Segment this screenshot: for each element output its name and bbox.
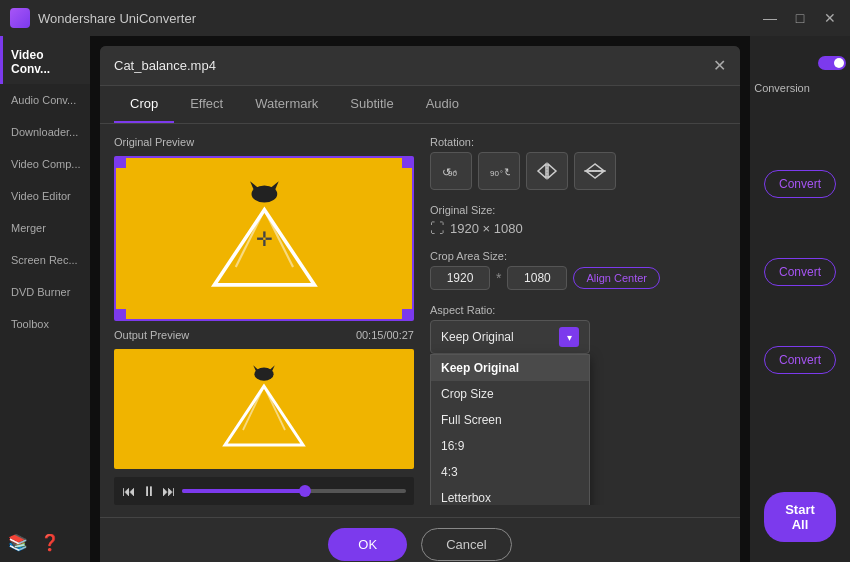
original-preview-label: Original Preview (114, 136, 414, 148)
sidebar-item-video-editor[interactable]: Video Editor (0, 180, 90, 212)
minimize-button[interactable]: — (760, 10, 780, 26)
sidebar-item-audio-conv[interactable]: Audio Conv... (0, 84, 90, 116)
app-logo (10, 8, 30, 28)
svg-line-10 (243, 386, 264, 430)
crop-area-label: Crop Area Size: (430, 250, 726, 262)
aspect-option-keep-original[interactable]: Keep Original (431, 355, 589, 381)
rotate-cw-button[interactable]: 90 ° ↻ (478, 152, 520, 190)
modal-overlay: Cat_balance.mp4 ✕ Crop Effect Watermark … (90, 36, 750, 562)
flip-horizontal-button[interactable] (526, 152, 568, 190)
settings-pane: Rotation: ↺ 90 ° (430, 136, 726, 505)
play-pause-button[interactable]: ⏸ (142, 483, 156, 499)
crop-modal: Cat_balance.mp4 ✕ Crop Effect Watermark … (100, 46, 740, 562)
output-header: Output Preview 00:15/00:27 (114, 329, 414, 341)
original-size-section: Original Size: ⛶ 1920 × 1080 (430, 204, 726, 236)
aspect-ratio-menu: Keep Original Crop Size Full Screen 16:9… (430, 354, 590, 505)
aspect-ratio-trigger[interactable]: Keep Original ▾ (430, 320, 590, 354)
tab-watermark[interactable]: Watermark (239, 86, 334, 123)
aspect-option-letterbox[interactable]: Letterbox (431, 485, 589, 505)
skip-forward-button[interactable]: ⏭ (162, 483, 176, 499)
svg-marker-9 (225, 386, 303, 445)
crop-height-input[interactable] (507, 266, 567, 290)
output-time: 00:15/00:27 (356, 329, 414, 341)
crop-handle-br[interactable] (402, 309, 412, 319)
crop-area-inputs: * Align Center (430, 266, 726, 290)
svg-line-11 (264, 386, 285, 430)
svg-marker-19 (548, 164, 556, 178)
aspect-ratio-dropdown: Keep Original ▾ Keep Original Crop Size … (430, 320, 726, 354)
right-panel-header-row: Conversion (754, 56, 846, 70)
tab-subtitle[interactable]: Subtitle (334, 86, 409, 123)
tabs: Crop Effect Watermark Subtitle Audio (100, 86, 740, 124)
crop-handle-tr[interactable] (402, 158, 412, 168)
skip-back-button[interactable]: ⏮ (122, 483, 136, 499)
close-app-button[interactable]: ✕ (820, 10, 840, 26)
tab-crop[interactable]: Crop (114, 86, 174, 123)
video-progress-bar[interactable] (182, 489, 406, 493)
flip-v-icon (584, 162, 606, 180)
tab-effect[interactable]: Effect (174, 86, 239, 123)
crop-handle-bl[interactable] (116, 309, 126, 319)
aspect-option-full-screen[interactable]: Full Screen (431, 407, 589, 433)
ok-button[interactable]: OK (328, 528, 407, 561)
crop-area-section: Crop Area Size: * Align Center (430, 250, 726, 290)
sidebar-item-screen-rec[interactable]: Screen Rec... (0, 244, 90, 276)
progress-fill (182, 489, 305, 493)
svg-text:°: ° (454, 170, 457, 177)
align-center-button[interactable]: Align Center (573, 267, 660, 289)
original-size-row: ⛶ 1920 × 1080 (430, 220, 726, 236)
modal-body: Original Preview (100, 124, 740, 517)
right-panel: Conversion Convert Convert Convert Start… (750, 36, 850, 562)
rotate-ccw-button[interactable]: ↺ 90 ° (430, 152, 472, 190)
output-preview-box (114, 349, 414, 469)
convert-button-2[interactable]: Convert (764, 258, 836, 286)
crop-handle-tl[interactable] (116, 158, 126, 168)
tab-audio[interactable]: Audio (410, 86, 475, 123)
dropdown-arrow-icon: ▾ (559, 327, 579, 347)
video-controls: ⏮ ⏸ ⏭ (114, 477, 414, 505)
modal-header: Cat_balance.mp4 ✕ (100, 46, 740, 86)
sidebar-item-toolbox[interactable]: Toolbox (0, 308, 90, 340)
maximize-button[interactable]: □ (790, 10, 810, 26)
titlebar: Wondershare UniConverter — □ ✕ (0, 0, 850, 36)
books-icon[interactable]: 📚 (8, 533, 28, 552)
svg-marker-2 (270, 181, 279, 190)
sidebar: Video Conv... Audio Conv... Downloader..… (0, 36, 90, 562)
start-all-button[interactable]: Start All (764, 492, 836, 542)
aspect-option-16-9[interactable]: 16:9 (431, 433, 589, 459)
aspect-option-crop-size[interactable]: Crop Size (431, 381, 589, 407)
help-icon[interactable]: ❓ (40, 533, 60, 552)
output-preview-image (144, 361, 384, 457)
progress-thumb[interactable] (299, 485, 311, 497)
svg-text:90: 90 (490, 169, 499, 178)
original-size-label: Original Size: (430, 204, 726, 216)
svg-marker-8 (268, 365, 275, 372)
resize-icon: ⛶ (430, 220, 444, 236)
crop-width-input[interactable] (430, 266, 490, 290)
rotate-cw-icon: 90 ° ↻ (488, 160, 510, 182)
rotation-label: Rotation: (430, 136, 726, 148)
modal-close-button[interactable]: ✕ (713, 56, 726, 75)
convert-button-3[interactable]: Convert (764, 346, 836, 374)
output-preview-label: Output Preview (114, 329, 189, 341)
titlebar-controls: — □ ✕ (760, 10, 840, 26)
aspect-ratio-label: Aspect Ratio: (430, 304, 726, 316)
sidebar-item-dvd-burner[interactable]: DVD Burner (0, 276, 90, 308)
flip-vertical-button[interactable] (574, 152, 616, 190)
crop-separator: * (496, 270, 501, 286)
sidebar-item-video-comp[interactable]: Video Comp... (0, 148, 90, 180)
sidebar-item-downloader[interactable]: Downloader... (0, 116, 90, 148)
conversion-toggle[interactable] (818, 56, 846, 70)
rotation-buttons: ↺ 90 ° 90 ° ↻ (430, 152, 726, 190)
original-size-value: 1920 × 1080 (450, 221, 523, 236)
content-area: Cat_balance.mp4 ✕ Crop Effect Watermark … (90, 36, 750, 562)
aspect-option-4-3[interactable]: 4:3 (431, 459, 589, 485)
sidebar-item-merger[interactable]: Merger (0, 212, 90, 244)
svg-text:°: ° (500, 170, 503, 177)
svg-marker-18 (538, 164, 546, 178)
cancel-button[interactable]: Cancel (421, 528, 511, 561)
sidebar-bottom-icons: 📚 ❓ (0, 523, 90, 562)
svg-text:↻: ↻ (504, 166, 510, 178)
convert-button-1[interactable]: Convert (764, 170, 836, 198)
preview-pane: Original Preview (114, 136, 414, 505)
